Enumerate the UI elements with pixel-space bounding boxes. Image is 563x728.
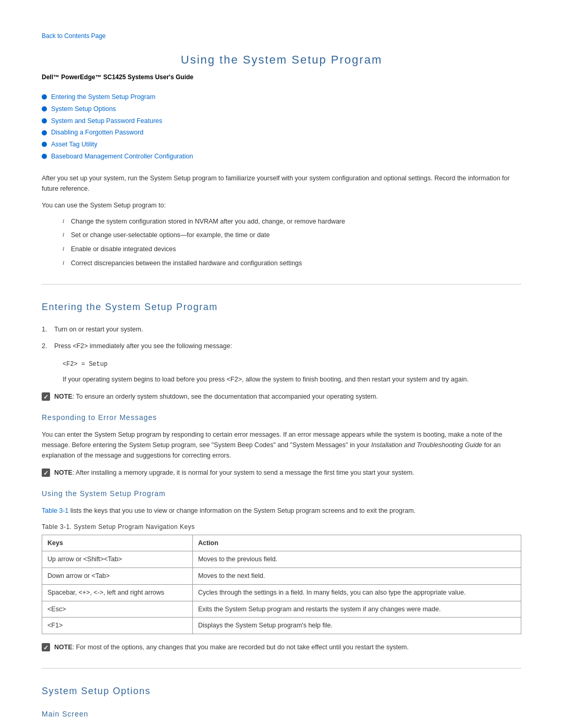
table-cell-key: <F1> — [42, 618, 193, 634]
intro-items-list: Change the system configuration stored i… — [63, 217, 521, 268]
list-item: Enable or disable integrated devices — [63, 244, 521, 254]
intro-para2: You can use the System Setup program to: — [42, 200, 521, 211]
toc-item: System Setup Options — [42, 104, 521, 114]
bullet-icon — [42, 118, 47, 124]
using-note-text: NOTE: For most of the options, any chang… — [54, 643, 409, 652]
table-row: Up arrow or <Shift><Tab>Moves to the pre… — [42, 551, 521, 568]
svg-text:✓: ✓ — [43, 644, 48, 651]
entering-note-text: NOTE: To ensure an orderly system shutdo… — [54, 392, 378, 402]
bullet-icon — [42, 106, 47, 112]
toc-link[interactable]: Baseboard Management Controller Configur… — [51, 152, 193, 162]
table-header: Action — [192, 535, 521, 551]
table-row: <F1>Displays the System Setup program's … — [42, 618, 521, 634]
toc-item: Asset Tag Utility — [42, 140, 521, 150]
svg-text:✓: ✓ — [43, 393, 48, 401]
responding-note-icon: ✓ — [42, 468, 50, 477]
table-ref-link[interactable]: Table 3-1 — [42, 507, 68, 514]
step-1: 1. Turn on or restart your system. — [42, 325, 521, 335]
intro-para1: After you set up your system, run the Sy… — [42, 173, 521, 194]
step-2: 2. Press <F2> immediately after you see … — [42, 341, 521, 351]
using-note-icon: ✓ — [42, 643, 50, 651]
table-header: Keys — [42, 535, 193, 551]
table-cell-action: Exits the System Setup program and resta… — [192, 601, 521, 618]
responding-para1: You can enter the System Setup program b… — [42, 429, 521, 461]
entering-steps-list: 1. Turn on or restart your system. 2. Pr… — [42, 325, 521, 352]
note-icon: ✓ — [42, 392, 50, 401]
table-row: Spacebar, <+>, <->, left and right arrow… — [42, 584, 521, 601]
table-cell-key: Down arrow or <Tab> — [42, 568, 193, 585]
section-divider-2 — [42, 668, 521, 669]
table-cell-action: Moves to the next field. — [192, 568, 521, 585]
responding-note-box: ✓ NOTE: After installing a memory upgrad… — [42, 468, 521, 478]
entering-note-inline: If your operating system begins to load … — [63, 374, 521, 385]
list-item: Correct discrepancies between the instal… — [63, 258, 521, 268]
table-cell-action: Displays the System Setup program's help… — [192, 618, 521, 634]
bullet-icon — [42, 142, 47, 147]
toc-item: Baseboard Management Controller Configur… — [42, 152, 521, 162]
toc-link[interactable]: System and Setup Password Features — [51, 116, 162, 126]
table-cell-action: Moves to the previous field. — [192, 551, 521, 568]
bullet-icon — [42, 154, 47, 159]
table-cell-action: Cycles through the settings in a field. … — [192, 584, 521, 601]
page-title: Using the System Setup Program — [42, 51, 521, 68]
table-row: <Esc>Exits the System Setup program and … — [42, 601, 521, 618]
using-section-title: Using the System Setup Program — [42, 488, 521, 499]
using-intro: Table 3-1 lists the keys that you use to… — [42, 505, 521, 516]
table-cell-key: Spacebar, <+>, <->, left and right arrow… — [42, 584, 193, 601]
navigation-keys-table: KeysActionUp arrow or <Shift><Tab>Moves … — [42, 535, 521, 635]
table-of-contents: Entering the System Setup ProgramSystem … — [42, 92, 521, 162]
toc-link[interactable]: Disabling a Forgotten Password — [51, 128, 143, 138]
code-block: <F2> = Setup — [63, 360, 521, 369]
bullet-icon — [42, 94, 47, 100]
list-item: Change the system configuration stored i… — [63, 217, 521, 227]
table-caption: Table 3-1. System Setup Program Navigati… — [42, 522, 521, 532]
system-setup-options-title: System Setup Options — [42, 684, 521, 698]
entering-note-box: ✓ NOTE: To ensure an orderly system shut… — [42, 392, 521, 402]
toc-item: Disabling a Forgotten Password — [42, 128, 521, 138]
page-subtitle: Dell™ PowerEdge™ SC1425 Systems User's G… — [42, 72, 521, 82]
bullet-icon — [42, 130, 47, 135]
entering-section-title: Entering the System Setup Program — [42, 300, 521, 314]
toc-item: Entering the System Setup Program — [42, 92, 521, 102]
table-cell-key: <Esc> — [42, 601, 193, 618]
responding-note-text: NOTE: After installing a memory upgrade,… — [54, 468, 414, 478]
toc-link[interactable]: Entering the System Setup Program — [51, 92, 155, 102]
list-item: Set or change user-selectable options—fo… — [63, 230, 521, 240]
toc-link[interactable]: System Setup Options — [51, 104, 116, 114]
svg-text:✓: ✓ — [43, 470, 48, 477]
responding-section-title: Responding to Error Messages — [42, 412, 521, 423]
toc-item: System and Setup Password Features — [42, 116, 521, 126]
table-row: Down arrow or <Tab>Moves to the next fie… — [42, 568, 521, 585]
using-note-box: ✓ NOTE: For most of the options, any cha… — [42, 643, 521, 652]
main-screen-title: Main Screen — [42, 709, 521, 720]
table-cell-key: Up arrow or <Shift><Tab> — [42, 551, 193, 568]
back-to-contents-link[interactable]: Back to Contents Page — [42, 31, 521, 41]
section-divider-1 — [42, 284, 521, 285]
toc-link[interactable]: Asset Tag Utility — [51, 140, 97, 150]
